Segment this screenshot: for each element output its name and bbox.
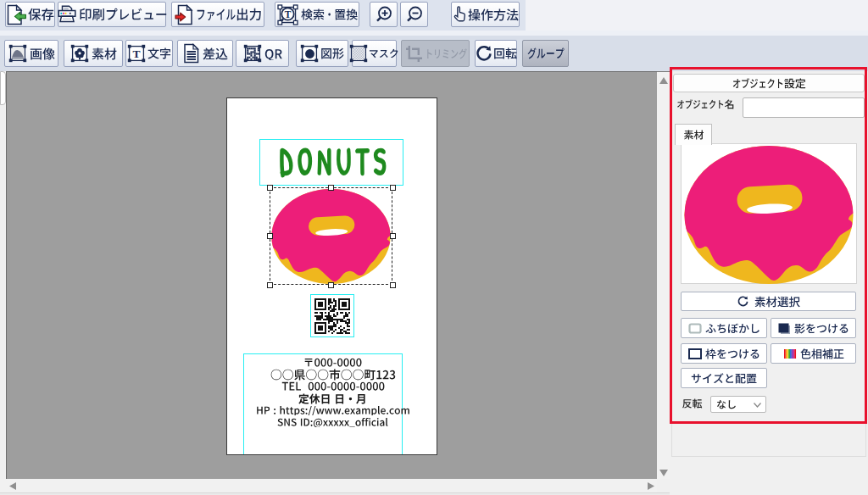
svg-text:T: T xyxy=(132,47,140,60)
svg-text:T: T xyxy=(284,8,291,19)
